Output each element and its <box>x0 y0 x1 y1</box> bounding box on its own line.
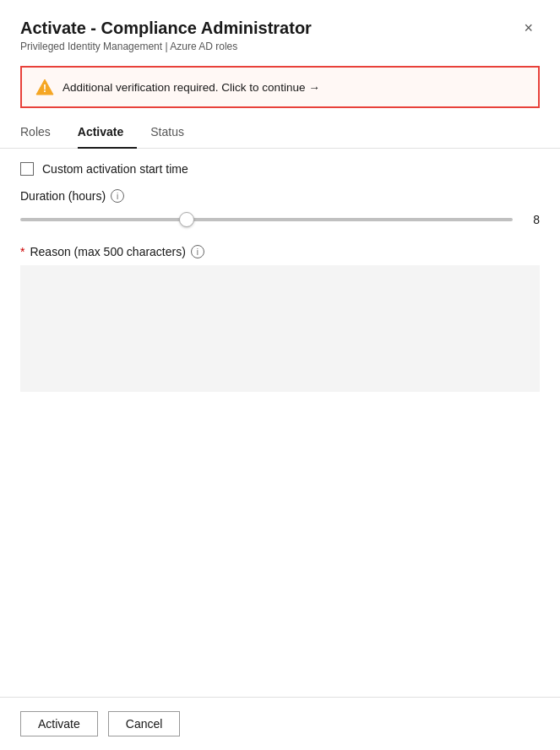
duration-label-row: Duration (hours) i <box>20 189 540 203</box>
slider-container <box>20 211 513 228</box>
reason-info-icon[interactable]: i <box>191 245 204 258</box>
reason-label-text: Reason (max 500 characters) <box>30 245 185 258</box>
verification-banner[interactable]: ! Additional verification required. Clic… <box>20 66 540 108</box>
dialog-footer: Activate Cancel <box>0 697 560 750</box>
dialog-title: Activate - Compliance Administrator <box>20 17 312 39</box>
duration-label-text: Duration (hours) <box>20 189 106 203</box>
cancel-button[interactable]: Cancel <box>108 711 181 736</box>
tab-status[interactable]: Status <box>150 118 198 149</box>
dialog-subtitle: Privileged Identity Management | Azure A… <box>20 41 312 52</box>
tabs-container: Roles Activate Status <box>0 118 560 149</box>
dialog-header: Activate - Compliance Administrator Priv… <box>0 0 560 59</box>
slider-row: 8 <box>20 211 540 228</box>
duration-row: Duration (hours) i <box>20 189 540 203</box>
duration-slider[interactable] <box>20 218 513 221</box>
svg-text:!: ! <box>43 83 46 95</box>
banner-text: Additional verification required. Click … <box>63 81 320 94</box>
required-star: * <box>20 245 24 258</box>
tab-activate[interactable]: Activate <box>78 118 137 149</box>
close-button[interactable]: × <box>517 17 540 39</box>
custom-time-checkbox[interactable] <box>20 162 34 176</box>
slider-value-display: 8 <box>523 213 540 226</box>
reason-row: * Reason (max 500 characters) i <box>20 245 540 395</box>
custom-time-row: Custom activation start time <box>20 162 540 176</box>
custom-time-label[interactable]: Custom activation start time <box>42 162 188 176</box>
reason-label-row: * Reason (max 500 characters) i <box>20 245 540 258</box>
form-section: Custom activation start time Duration (h… <box>0 162 560 553</box>
activate-button[interactable]: Activate <box>20 711 98 736</box>
dialog-container: Activate - Compliance Administrator Priv… <box>0 0 560 750</box>
duration-info-icon[interactable]: i <box>111 189 124 203</box>
reason-textarea[interactable] <box>20 265 540 392</box>
close-icon: × <box>524 19 533 36</box>
warning-icon: ! <box>35 78 54 96</box>
tab-roles[interactable]: Roles <box>20 118 64 149</box>
header-text-group: Activate - Compliance Administrator Priv… <box>20 17 312 52</box>
